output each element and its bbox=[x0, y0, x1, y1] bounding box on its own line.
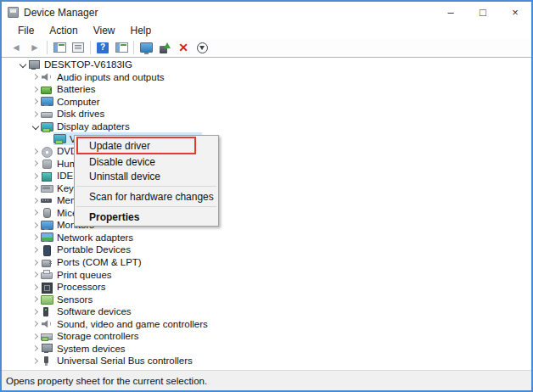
menu-view[interactable]: View bbox=[86, 24, 123, 38]
chevron-right-icon[interactable] bbox=[31, 109, 41, 119]
tree-row-content[interactable]: Network adapters bbox=[41, 232, 137, 244]
tree-row-content[interactable]: System devices bbox=[41, 343, 129, 356]
chevron-right-icon[interactable] bbox=[31, 319, 41, 328]
menu-file[interactable]: File bbox=[10, 24, 42, 38]
network-adapter-icon bbox=[41, 232, 52, 242]
chevron-right-icon[interactable] bbox=[31, 307, 41, 316]
printer-icon bbox=[41, 270, 52, 279]
chevron-right-icon[interactable] bbox=[31, 159, 41, 168]
hid-device-icon bbox=[41, 159, 52, 168]
chevron-right-icon[interactable] bbox=[31, 183, 41, 193]
tree-row-content[interactable]: Sound, video and game controllers bbox=[41, 317, 211, 330]
chevron-right-icon[interactable] bbox=[31, 147, 41, 156]
menu-action[interactable]: Action bbox=[42, 24, 85, 38]
window-controls: – □ × bbox=[435, 2, 531, 23]
show-console-tree-button[interactable] bbox=[50, 39, 69, 56]
tree-item-batteries[interactable]: Batteries bbox=[2, 83, 531, 96]
disable-device-button[interactable] bbox=[193, 39, 211, 56]
tree-item-label: DESKTOP-V6183IG bbox=[44, 59, 132, 70]
tree-row-content[interactable]: DESKTOP-V6183IG bbox=[28, 59, 136, 71]
tree-row-content[interactable]: Processors bbox=[41, 281, 109, 294]
maximize-button[interactable]: □ bbox=[467, 2, 499, 23]
tree-item-sensors[interactable]: Sensors bbox=[2, 293, 531, 305]
sensor-icon bbox=[41, 294, 52, 304]
tree-item-software-devices[interactable]: Software devices bbox=[2, 305, 531, 318]
context-menu-item-disable-device[interactable]: Disable device bbox=[75, 154, 218, 169]
toolbar-separator bbox=[90, 41, 91, 54]
chevron-right-icon[interactable] bbox=[31, 270, 41, 279]
tree-item-universal-serial-bus-controllers[interactable]: Universal Serial Bus controllers bbox=[2, 355, 531, 367]
tree-row-content[interactable]: Portable Devices bbox=[41, 244, 134, 256]
show-action-pane-button[interactable] bbox=[112, 39, 131, 56]
chevron-right-icon[interactable] bbox=[31, 332, 41, 341]
forward-button[interactable]: ► bbox=[25, 39, 44, 56]
speaker-icon bbox=[41, 72, 52, 81]
chevron-right-icon[interactable] bbox=[31, 258, 41, 267]
tree-item-portable-devices[interactable]: Portable Devices bbox=[2, 244, 531, 256]
tree-row-content[interactable]: Universal Serial Bus controllers bbox=[41, 355, 196, 367]
tree-row-content[interactable]: Sensors bbox=[41, 293, 96, 305]
back-button[interactable]: ◄ bbox=[7, 39, 25, 56]
tree-item-sound-video-game-controllers[interactable]: Sound, video and game controllers bbox=[2, 317, 531, 330]
chevron-right-icon[interactable] bbox=[31, 208, 41, 217]
context-menu-item-properties[interactable]: Properties bbox=[75, 210, 218, 224]
help-button[interactable]: ? bbox=[93, 39, 112, 56]
tree-row-content[interactable]: Batteries bbox=[41, 83, 98, 96]
context-menu-item-uninstall-device[interactable]: Uninstall device bbox=[75, 169, 218, 183]
show-console-tree-icon bbox=[53, 42, 66, 53]
back-icon: ◄ bbox=[11, 42, 21, 53]
chevron-right-icon[interactable] bbox=[31, 97, 41, 106]
menu-help[interactable]: Help bbox=[123, 24, 160, 38]
tree-item-processors[interactable]: Processors bbox=[2, 281, 531, 294]
chevron-right-icon[interactable] bbox=[31, 196, 41, 205]
context-menu-item-update-driver[interactable]: Update driver bbox=[75, 137, 218, 154]
tree-item-label: Network adapters bbox=[57, 232, 133, 243]
update-driver-icon bbox=[160, 42, 171, 53]
chevron-right-icon[interactable] bbox=[31, 221, 41, 230]
chevron-down-icon[interactable] bbox=[31, 122, 41, 132]
tree-item-system-devices[interactable]: System devices bbox=[2, 343, 531, 356]
tree-row-content[interactable]: Print queues bbox=[41, 268, 115, 281]
scan-hardware-changes-button[interactable] bbox=[137, 39, 155, 56]
tree-row-content[interactable]: Storage controllers bbox=[41, 330, 143, 343]
disable-device-icon bbox=[197, 42, 208, 53]
tree-row-content[interactable]: Ports (COM & LPT) bbox=[41, 256, 145, 269]
chevron-right-icon[interactable] bbox=[31, 344, 41, 353]
chevron-right-icon[interactable] bbox=[31, 232, 41, 242]
tree-row-content[interactable]: Software devices bbox=[41, 305, 135, 318]
uninstall-device-button[interactable]: ✕ bbox=[174, 39, 193, 56]
tree-item-display-adapters[interactable]: Display adapters bbox=[2, 120, 531, 133]
tree-row-content[interactable]: Disk drives bbox=[41, 108, 108, 120]
tree-row-content[interactable]: Computer bbox=[41, 96, 104, 109]
monitor-icon bbox=[41, 221, 52, 230]
close-button[interactable]: × bbox=[499, 2, 531, 23]
chevron-right-icon[interactable] bbox=[31, 245, 41, 255]
tree-item-ports-com-lpt[interactable]: Ports (COM & LPT) bbox=[2, 256, 531, 269]
help-icon: ? bbox=[97, 42, 109, 53]
tree-row-content[interactable]: Audio inputs and outputs bbox=[41, 71, 168, 84]
tree-item-storage-controllers[interactable]: Storage controllers bbox=[2, 330, 531, 343]
properties-page-button[interactable] bbox=[69, 39, 87, 56]
computer-icon bbox=[28, 60, 39, 70]
tree-row-content[interactable]: Display adapters bbox=[41, 120, 133, 133]
tree-item-print-queues[interactable]: Print queues bbox=[2, 268, 531, 281]
minimize-button[interactable]: – bbox=[435, 2, 467, 23]
chevron-right-icon[interactable] bbox=[31, 283, 41, 292]
chevron-right-icon[interactable] bbox=[31, 356, 41, 366]
chevron-down-icon[interactable] bbox=[19, 60, 28, 70]
memory-icon bbox=[41, 196, 52, 205]
tree-item-desktop-root[interactable]: DESKTOP-V6183IG bbox=[2, 59, 531, 71]
update-driver-button[interactable] bbox=[155, 39, 174, 56]
chevron-right-icon[interactable] bbox=[31, 171, 41, 181]
menu-separator bbox=[76, 186, 216, 187]
context-menu-item-scan-for-hardware-changes[interactable]: Scan for hardware changes bbox=[75, 189, 218, 204]
tree-item-network-adapters[interactable]: Network adapters bbox=[2, 232, 531, 244]
tree-item-label: Universal Serial Bus controllers bbox=[57, 356, 193, 366]
tree-item-disk-drives[interactable]: Disk drives bbox=[2, 108, 531, 120]
tree-item-audio-inputs-and-outputs[interactable]: Audio inputs and outputs bbox=[2, 71, 531, 84]
tree-item-computer[interactable]: Computer bbox=[2, 96, 531, 109]
chevron-right-icon[interactable] bbox=[31, 85, 41, 94]
tree-item-label: Software devices bbox=[57, 306, 132, 316]
chevron-right-icon[interactable] bbox=[31, 294, 41, 304]
chevron-right-icon[interactable] bbox=[31, 72, 41, 81]
